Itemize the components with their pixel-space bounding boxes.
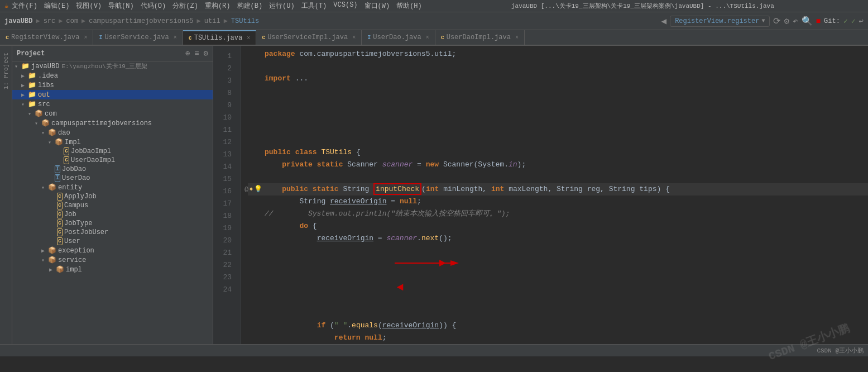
menu-navigate[interactable]: 导航(N) bbox=[108, 1, 134, 11]
tab-close-icon[interactable]: × bbox=[84, 35, 87, 41]
line-text: String receiveOrigin = null; bbox=[265, 195, 868, 208]
tree-item-name: User bbox=[64, 237, 80, 245]
tree-item-UserDaoImpl[interactable]: c UserDaoImpl bbox=[12, 156, 213, 165]
tab-UserDaoImpl[interactable]: c UserDaoImpl.java × bbox=[435, 30, 525, 45]
settings-icon[interactable]: ⚙ bbox=[784, 16, 789, 27]
menu-vcs[interactable]: VCS(S) bbox=[333, 1, 357, 11]
tree-item-campusparttimejobversions[interactable]: ▾ 📦 campusparttimejobversions bbox=[12, 118, 213, 128]
tree-item-dao[interactable]: ▾ 📦 dao bbox=[12, 128, 213, 137]
menu-run[interactable]: 运行(U) bbox=[269, 1, 295, 11]
tree-item-entity[interactable]: ▾ 📦 entity bbox=[12, 183, 213, 192]
tree-item-Job[interactable]: c Job bbox=[12, 210, 213, 219]
tree-item-name: src bbox=[38, 101, 50, 108]
tree-item-name: dao bbox=[58, 129, 70, 137]
line-text: return null; bbox=[265, 332, 868, 344]
expand-arrow-icon: ▾ bbox=[41, 130, 48, 136]
tree-item-name: UserDao bbox=[62, 174, 90, 182]
tab-label: UserDaoImpl.java bbox=[447, 34, 511, 41]
menu-view[interactable]: 视图(V) bbox=[76, 1, 102, 11]
tab-close-icon[interactable]: × bbox=[247, 35, 250, 41]
sidebar-gear-icon[interactable]: ⚙ bbox=[204, 49, 208, 58]
menu-edit[interactable]: 编辑(E) bbox=[44, 1, 70, 11]
tree-item-JobDaoImpl[interactable]: c JobDaoImpl bbox=[12, 147, 213, 156]
tree-item-JobDao[interactable]: I JobDao bbox=[12, 165, 213, 174]
expand-arrow-icon: ▾ bbox=[41, 184, 48, 191]
tree-item-name: impl bbox=[66, 266, 82, 274]
editor-area: 1 2 3 8 9 10 11 12 13 14 15 16 17 18 19 … bbox=[213, 46, 868, 344]
status-bar: CSDN @王小小鹏 bbox=[0, 344, 868, 356]
tree-item-service[interactable]: ▾ 📦 service bbox=[12, 255, 213, 265]
line-text bbox=[265, 85, 868, 97]
menu-refactor[interactable]: 重构(R) bbox=[205, 1, 231, 11]
tab-UserDao[interactable]: I UserDao.java × bbox=[362, 30, 435, 45]
tab-RegisterView[interactable]: c RegisterView.java × bbox=[0, 30, 93, 45]
refresh-icon[interactable]: ⟳ bbox=[773, 16, 780, 27]
tab-close-icon[interactable]: × bbox=[515, 35, 519, 41]
tree-item-UserDao[interactable]: I UserDao bbox=[12, 174, 213, 183]
folder-icon: 📦 bbox=[48, 256, 56, 264]
folder-icon: 📦 bbox=[48, 246, 56, 255]
tree-item-src[interactable]: ▾ 📁 src bbox=[12, 99, 213, 109]
tree-item-com[interactable]: ▾ 📦 com bbox=[12, 109, 213, 118]
back-nav-icon[interactable]: ◀ bbox=[661, 16, 667, 27]
tree-item-exception[interactable]: ▶ 📦 exception bbox=[12, 246, 213, 255]
tab-UserServiceImpl[interactable]: c UserServiceImpl.java × bbox=[256, 30, 362, 45]
tab-c-icon: c bbox=[262, 35, 265, 41]
menu-window[interactable]: 窗口(W) bbox=[365, 1, 390, 11]
folder-icon: 📁 bbox=[28, 100, 36, 108]
folder-icon: 📦 bbox=[55, 138, 63, 146]
sidebar-strip-label[interactable]: 1: Project bbox=[3, 50, 9, 92]
tree-item-libs[interactable]: ▶ 📁 libs bbox=[12, 80, 213, 90]
folder-icon: 📦 bbox=[56, 265, 64, 274]
folder-icon: 📁 bbox=[28, 71, 36, 80]
tab-TSUtils[interactable]: c TSUtils.java × bbox=[183, 30, 256, 45]
tree-item-JobType[interactable]: c JobType bbox=[12, 219, 213, 228]
tab-close-icon[interactable]: × bbox=[426, 35, 429, 41]
tab-UserService[interactable]: I UserService.java × bbox=[93, 30, 183, 45]
sidebar-add-icon[interactable]: ⊕ bbox=[185, 49, 190, 58]
code-line-14: // System.out.println("结束本次输入按空格回车即可。"); bbox=[248, 208, 868, 220]
method-dropdown[interactable]: RegisterView.register ▼ bbox=[670, 16, 770, 27]
tree-item-User[interactable]: c User bbox=[12, 237, 213, 246]
breadcrumb-util: util bbox=[204, 17, 220, 25]
folder-icon: 📦 bbox=[35, 109, 43, 118]
menu-tools[interactable]: 工具(T) bbox=[301, 1, 327, 11]
code-line-15: do { bbox=[248, 220, 868, 232]
menu-build[interactable]: 构建(B) bbox=[237, 1, 263, 11]
tree-item-Campus[interactable]: c Campus bbox=[12, 201, 213, 210]
tree-item-service-impl[interactable]: ▶ 📦 impl bbox=[12, 265, 213, 274]
tree-item-name: JobDao bbox=[62, 165, 86, 173]
search-icon[interactable]: 🔍 bbox=[802, 16, 813, 27]
project-sidebar: Project ⊕ ≡ ⚙ ▾ 📁 javaUBD E:\yangzhou\关卡… bbox=[12, 46, 213, 344]
sidebar-settings-icon[interactable]: ≡ bbox=[194, 49, 199, 58]
code-editor[interactable]: 1 2 3 8 9 10 11 12 13 14 15 16 17 18 19 … bbox=[213, 46, 868, 344]
menu-file[interactable]: 文件(F) bbox=[12, 1, 37, 11]
tab-label: UserServiceImpl.java bbox=[267, 34, 348, 41]
folder-icon: 📁 bbox=[28, 81, 36, 89]
folder-icon: 📦 bbox=[41, 119, 50, 127]
code-content[interactable]: package com.campusparttimejobversions5.u… bbox=[241, 46, 868, 344]
expand-arrow-icon: ▶ bbox=[49, 266, 56, 273]
tree-item-ApplyJob[interactable]: c ApplyJob bbox=[12, 192, 213, 201]
git-undo-icon[interactable]: ↩ bbox=[859, 16, 864, 26]
tab-close-icon[interactable]: × bbox=[174, 35, 177, 41]
tree-item-idea[interactable]: ▶ 📁 .idea bbox=[12, 71, 213, 80]
tree-item-name: libs bbox=[38, 82, 54, 89]
breadcrumb-package: campusparttimejobversions5 bbox=[89, 17, 193, 25]
code-line-blank bbox=[248, 109, 868, 122]
tree-item-Impl[interactable]: ▾ 📦 Impl bbox=[12, 137, 213, 147]
expand-arrow-icon: ▾ bbox=[48, 139, 55, 146]
undo-icon[interactable]: ↶ bbox=[793, 16, 798, 27]
git-check2-icon: ✓ bbox=[851, 17, 856, 26]
tab-close-icon[interactable]: × bbox=[352, 35, 356, 41]
expand-arrow-icon: ▾ bbox=[41, 257, 48, 264]
menu-analyze[interactable]: 分析(Z) bbox=[172, 1, 198, 11]
code-line-3: import ... bbox=[248, 73, 868, 85]
class-icon: c bbox=[57, 202, 63, 209]
tree-item-out[interactable]: ▶ 📁 out bbox=[12, 90, 213, 99]
menu-code[interactable]: 代码(O) bbox=[141, 1, 166, 11]
stop-icon[interactable]: ■ bbox=[816, 17, 821, 26]
tree-item-javaUBD[interactable]: ▾ 📁 javaUBD E:\yangzhou\关卡19_三层架 bbox=[12, 61, 213, 71]
menu-help[interactable]: 帮助(H) bbox=[396, 1, 422, 11]
tree-item-PostJobUser[interactable]: c PostJobUser bbox=[12, 228, 213, 237]
